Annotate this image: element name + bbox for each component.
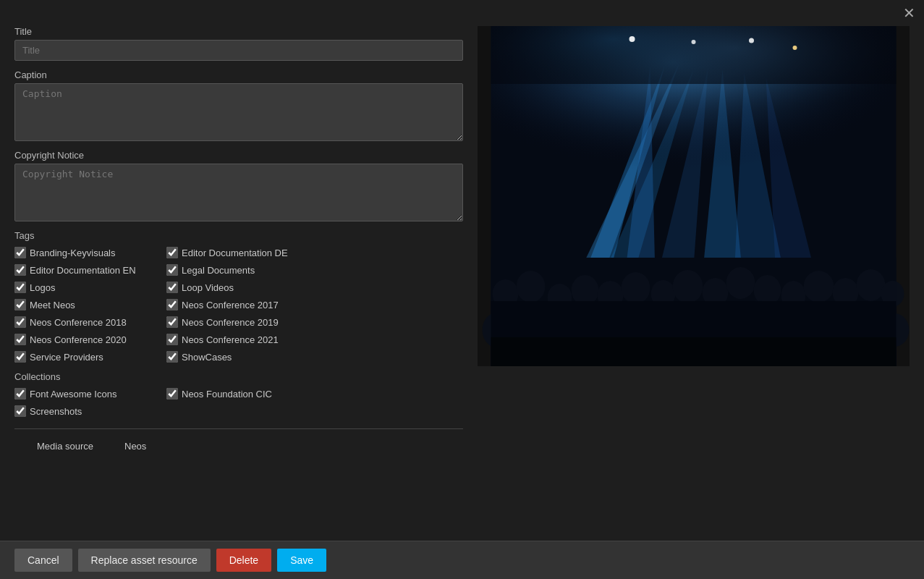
tag-label-service-providers: Service Providers [30,352,103,363]
tag-label-neos-conf-2020: Neos Conference 2020 [30,334,127,345]
collection-label-neos-foundation: Neos Foundation CIC [182,389,272,400]
modal-header: ✕ [0,0,924,26]
title-input[interactable] [14,40,463,61]
tag-checkbox-editor-doc-de[interactable] [166,247,178,258]
svg-point-27 [673,270,703,303]
tag-checkbox-loop-videos[interactable] [166,282,178,293]
caption-textarea[interactable] [14,83,463,141]
tags-grid: Branding-KeyvisualsEditor Documentation … [14,247,463,363]
right-panel: 1 Conference [478,26,910,533]
tag-label-neos-conf-2018: Neos Conference 2018 [30,317,127,328]
replace-button[interactable]: Replace asset resource [78,549,211,572]
save-button[interactable]: Save [277,549,326,572]
tag-item: Neos Conference 2017 [166,299,311,310]
tag-item: Branding-Keyvisuals [14,247,159,258]
tag-item: Logos [14,282,159,293]
collection-item: Neos Foundation CIC [166,388,311,400]
svg-point-23 [572,275,599,305]
tag-item: Neos Conference 2020 [14,334,159,345]
tag-checkbox-service-providers[interactable] [14,351,26,363]
tag-checkbox-neos-conf-2018[interactable] [14,316,26,328]
collection-label-font-awesome: Font Awesome Icons [30,389,116,400]
tag-checkbox-logos[interactable] [14,282,26,293]
copyright-field-group: Copyright Notice [14,150,463,221]
left-panel: Title Caption Copyright Notice Tags Bran… [14,26,463,533]
tag-item: Neos Conference 2018 [14,316,159,328]
collection-item: Screenshots [14,405,159,417]
svg-point-13 [630,36,635,42]
tag-checkbox-showcases[interactable] [166,351,178,363]
tag-label-meet-neos: Meet Neos [30,300,75,310]
tag-item: Meet Neos [14,299,159,310]
tag-item: Legal Documents [166,264,311,276]
svg-point-15 [749,38,754,43]
cancel-button[interactable]: Cancel [14,549,72,572]
media-source-label: Media source [14,436,116,456]
concert-image: 1 Conference [478,26,910,366]
copyright-label: Copyright Notice [14,150,463,161]
tag-label-editor-doc-en: Editor Documentation EN [30,265,136,276]
collections-grid: Font Awesome IconsNeos Foundation CICScr… [14,388,463,417]
tag-label-neos-conf-2021: Neos Conference 2021 [182,334,279,345]
tag-label-loop-videos: Loop Videos [182,282,234,293]
tag-label-showcases: ShowCases [182,352,232,363]
tag-item: Loop Videos [166,282,311,293]
tag-item: Neos Conference 2021 [166,334,311,345]
tags-section: Tags Branding-KeyvisualsEditor Documenta… [14,230,463,363]
copyright-textarea[interactable] [14,164,463,221]
collection-item: Font Awesome Icons [14,388,159,400]
collection-checkbox-font-awesome[interactable] [14,388,26,400]
tag-checkbox-neos-conf-2017[interactable] [166,299,178,310]
svg-point-16 [793,46,797,50]
tag-checkbox-neos-conf-2020[interactable] [14,334,26,345]
tag-label-logos: Logos [30,282,55,293]
tag-checkbox-neos-conf-2019[interactable] [166,316,178,328]
modal-body: Title Caption Copyright Notice Tags Bran… [0,26,924,541]
svg-point-25 [622,272,650,304]
tag-label-editor-doc-de: Editor Documentation DE [182,248,288,258]
svg-rect-52 [491,337,897,366]
svg-point-14 [692,40,696,44]
tag-checkbox-legal-docs[interactable] [166,264,178,276]
tag-item: Service Providers [14,351,159,363]
footer-bar: Cancel Replace asset resource Delete Sav… [0,541,924,579]
modal-overlay: ✕ Title Caption Copyright Notice Tags [0,0,924,579]
collections-label: Collections [14,371,463,382]
tag-item: ShowCases [166,351,311,363]
tag-label-legal-docs: Legal Documents [182,265,255,276]
media-source-value: Neos [116,436,155,456]
delete-button[interactable]: Delete [216,549,271,572]
title-label: Title [14,26,463,37]
tag-item: Neos Conference 2019 [166,316,311,328]
tag-item: Editor Documentation EN [14,264,159,276]
media-source-row: Media source Neos [14,428,463,456]
svg-point-34 [857,269,886,301]
caption-label: Caption [14,69,463,80]
collection-checkbox-neos-foundation[interactable] [166,388,178,400]
collection-label-screenshots: Screenshots [30,406,82,417]
tag-label-neos-conf-2017: Neos Conference 2017 [182,300,279,310]
svg-point-29 [726,267,755,299]
tag-label-neos-conf-2019: Neos Conference 2019 [182,317,279,328]
collection-checkbox-screenshots[interactable] [14,405,26,417]
tag-checkbox-editor-doc-en[interactable] [14,264,26,276]
tag-checkbox-meet-neos[interactable] [14,299,26,310]
tag-label-branding: Branding-Keyvisuals [30,248,116,258]
collections-section: Collections Font Awesome IconsNeos Found… [14,371,463,417]
title-field-group: Title [14,26,463,61]
caption-field-group: Caption [14,69,463,141]
tag-item: Editor Documentation DE [166,247,311,258]
image-preview: 1 Conference [478,26,910,366]
svg-point-21 [517,271,546,303]
close-button[interactable]: ✕ [903,6,915,20]
tag-checkbox-neos-conf-2021[interactable] [166,334,178,345]
tag-checkbox-branding[interactable] [14,247,26,258]
tags-label: Tags [14,230,463,241]
svg-rect-12 [491,26,897,84]
svg-point-32 [804,271,834,303]
